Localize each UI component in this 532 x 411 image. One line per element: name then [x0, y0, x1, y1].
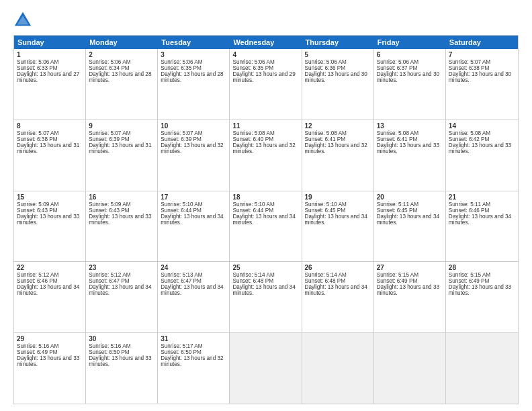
header-day-sunday: Sunday: [14, 36, 86, 49]
day-cell-14: 14Sunrise: 5:08 AMSunset: 6:42 PMDayligh…: [446, 120, 518, 191]
day-cell-29: 29Sunrise: 5:16 AMSunset: 6:49 PMDayligh…: [14, 333, 86, 404]
day-cell-4: 4Sunrise: 5:06 AMSunset: 6:35 PMDaylight…: [230, 49, 302, 120]
day-cell-15: 15Sunrise: 5:09 AMSunset: 6:43 PMDayligh…: [14, 191, 86, 262]
logo-icon: [13, 11, 32, 30]
sunrise-text: Sunrise: 5:11 AM: [377, 201, 418, 208]
sunrise-text: Sunrise: 5:10 AM: [232, 201, 274, 208]
daylight-text: Daylight: 13 hours and 32 minutes.: [305, 142, 367, 154]
calendar-header: SundayMondayTuesdayWednesdayThursdayFrid…: [14, 36, 518, 49]
sunrise-text: Sunrise: 5:15 AM: [449, 272, 490, 278]
sunset-text: Sunset: 6:41 PM: [305, 136, 346, 142]
day-number: 2: [89, 51, 154, 58]
sunset-text: Sunset: 6:36 PM: [305, 65, 346, 71]
calendar-week-3: 15Sunrise: 5:09 AMSunset: 6:43 PMDayligh…: [14, 191, 518, 263]
day-cell-11: 11Sunrise: 5:08 AMSunset: 6:40 PMDayligh…: [230, 120, 302, 191]
sunrise-text: Sunrise: 5:07 AM: [161, 130, 202, 136]
sunset-text: Sunset: 6:34 PM: [89, 65, 130, 71]
sunrise-text: Sunrise: 5:09 AM: [17, 201, 58, 208]
day-number: 10: [161, 122, 226, 130]
daylight-text: Daylight: 13 hours and 31 minutes.: [17, 142, 79, 154]
sunset-text: Sunset: 6:48 PM: [305, 278, 346, 284]
day-number: 27: [377, 264, 443, 271]
day-cell-9: 9Sunrise: 5:07 AMSunset: 6:39 PMDaylight…: [86, 120, 158, 191]
sunrise-text: Sunrise: 5:15 AM: [377, 272, 418, 278]
empty-cell: [374, 333, 446, 404]
sunrise-text: Sunrise: 5:06 AM: [305, 59, 347, 65]
sunrise-text: Sunrise: 5:08 AM: [232, 130, 274, 136]
day-number: 15: [17, 193, 83, 201]
sunrise-text: Sunrise: 5:08 AM: [305, 130, 347, 136]
sunrise-text: Sunrise: 5:06 AM: [89, 59, 130, 65]
sunset-text: Sunset: 6:35 PM: [161, 65, 202, 71]
day-cell-24: 24Sunrise: 5:13 AMSunset: 6:47 PMDayligh…: [158, 262, 230, 332]
day-number: 6: [377, 51, 443, 58]
sunset-text: Sunset: 6:47 PM: [161, 278, 202, 284]
empty-cell: [446, 333, 518, 404]
daylight-text: Daylight: 13 hours and 34 minutes.: [161, 284, 223, 296]
sunrise-text: Sunrise: 5:13 AM: [161, 272, 202, 278]
day-cell-16: 16Sunrise: 5:09 AMSunset: 6:43 PMDayligh…: [86, 191, 158, 262]
daylight-text: Daylight: 13 hours and 31 minutes.: [89, 142, 151, 154]
sunset-text: Sunset: 6:44 PM: [232, 208, 273, 214]
day-cell-23: 23Sunrise: 5:12 AMSunset: 6:47 PMDayligh…: [86, 262, 158, 332]
sunset-text: Sunset: 6:46 PM: [17, 278, 58, 284]
day-cell-28: 28Sunrise: 5:15 AMSunset: 6:49 PMDayligh…: [446, 262, 518, 332]
sunrise-text: Sunrise: 5:10 AM: [305, 201, 347, 208]
sunset-text: Sunset: 6:41 PM: [377, 136, 418, 142]
daylight-text: Daylight: 13 hours and 34 minutes.: [17, 284, 79, 296]
day-cell-7: 7Sunrise: 5:07 AMSunset: 6:38 PMDaylight…: [446, 49, 518, 120]
daylight-text: Daylight: 13 hours and 34 minutes.: [232, 214, 295, 226]
sunrise-text: Sunrise: 5:09 AM: [89, 201, 130, 208]
daylight-text: Daylight: 13 hours and 34 minutes.: [161, 214, 223, 226]
day-number: 12: [305, 122, 371, 130]
sunset-text: Sunset: 6:39 PM: [89, 136, 130, 142]
day-number: 11: [232, 122, 298, 130]
day-number: 30: [89, 335, 154, 342]
day-number: 3: [161, 51, 226, 58]
daylight-text: Daylight: 13 hours and 34 minutes.: [377, 214, 439, 226]
day-number: 26: [305, 264, 371, 271]
daylight-text: Daylight: 13 hours and 33 minutes.: [449, 284, 511, 296]
sunset-text: Sunset: 6:49 PM: [449, 278, 490, 284]
daylight-text: Daylight: 13 hours and 30 minutes.: [377, 71, 439, 83]
daylight-text: Daylight: 13 hours and 34 minutes.: [305, 214, 367, 226]
day-number: 24: [161, 264, 226, 271]
day-cell-20: 20Sunrise: 5:11 AMSunset: 6:45 PMDayligh…: [374, 191, 446, 262]
calendar-week-1: 1Sunrise: 5:06 AMSunset: 6:33 PMDaylight…: [14, 49, 518, 120]
sunrise-text: Sunrise: 5:12 AM: [89, 272, 130, 278]
day-cell-30: 30Sunrise: 5:16 AMSunset: 6:50 PMDayligh…: [86, 333, 158, 404]
sunrise-text: Sunrise: 5:10 AM: [161, 201, 202, 208]
day-number: 18: [232, 193, 298, 201]
daylight-text: Daylight: 13 hours and 33 minutes.: [449, 142, 511, 154]
calendar-week-2: 8Sunrise: 5:07 AMSunset: 6:38 PMDaylight…: [14, 120, 518, 191]
daylight-text: Daylight: 13 hours and 33 minutes.: [17, 214, 79, 226]
day-number: 16: [89, 193, 154, 201]
day-number: 13: [377, 122, 443, 130]
day-cell-31: 31Sunrise: 5:17 AMSunset: 6:50 PMDayligh…: [158, 333, 230, 404]
day-number: 8: [17, 122, 83, 130]
daylight-text: Daylight: 13 hours and 33 minutes.: [377, 142, 439, 154]
sunrise-text: Sunrise: 5:07 AM: [17, 130, 58, 136]
daylight-text: Daylight: 13 hours and 28 minutes.: [161, 71, 223, 83]
day-cell-25: 25Sunrise: 5:14 AMSunset: 6:48 PMDayligh…: [230, 262, 302, 332]
daylight-text: Daylight: 13 hours and 34 minutes.: [232, 284, 295, 296]
sunrise-text: Sunrise: 5:14 AM: [305, 272, 347, 278]
daylight-text: Daylight: 13 hours and 32 minutes.: [232, 142, 295, 154]
header-day-saturday: Saturday: [446, 36, 518, 49]
daylight-text: Daylight: 13 hours and 33 minutes.: [377, 284, 439, 296]
day-cell-3: 3Sunrise: 5:06 AMSunset: 6:35 PMDaylight…: [158, 49, 230, 120]
day-number: 25: [232, 264, 298, 271]
sunrise-text: Sunrise: 5:14 AM: [232, 272, 274, 278]
day-cell-2: 2Sunrise: 5:06 AMSunset: 6:34 PMDaylight…: [86, 49, 158, 120]
day-number: 5: [305, 51, 371, 58]
header-day-tuesday: Tuesday: [158, 36, 230, 49]
logo: [13, 11, 35, 30]
sunrise-text: Sunrise: 5:12 AM: [17, 272, 58, 278]
daylight-text: Daylight: 13 hours and 33 minutes.: [89, 355, 151, 367]
header-day-wednesday: Wednesday: [230, 36, 302, 49]
sunset-text: Sunset: 6:37 PM: [377, 65, 418, 71]
sunset-text: Sunset: 6:48 PM: [232, 278, 273, 284]
sunset-text: Sunset: 6:49 PM: [377, 278, 418, 284]
daylight-text: Daylight: 13 hours and 33 minutes.: [89, 214, 151, 226]
sunset-text: Sunset: 6:47 PM: [89, 278, 130, 284]
